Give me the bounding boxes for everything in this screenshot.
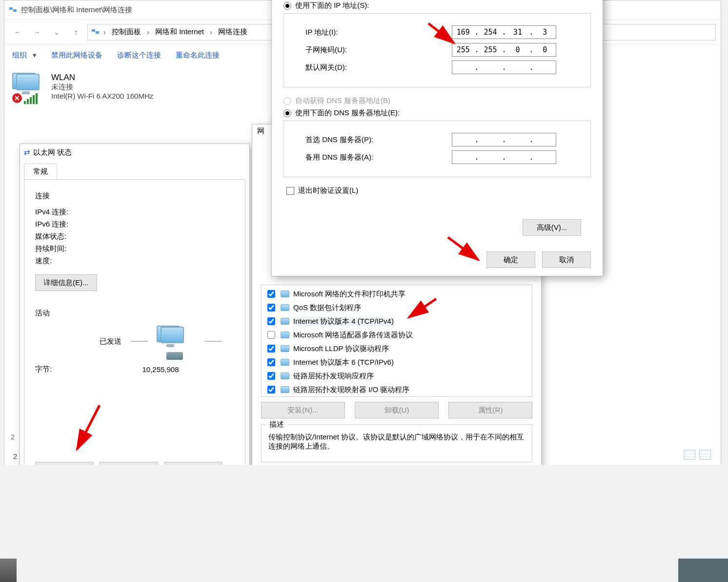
uninstall-button[interactable]: 卸载(U) — [355, 402, 439, 418]
props-title: 网 — [257, 126, 264, 135]
ip-address-input[interactable]: 169. 254. 31. 3 — [452, 25, 556, 39]
control-panel-icon — [8, 5, 18, 15]
media-label: 媒体状态: — [35, 232, 108, 241]
breadcrumb-network-connections[interactable]: 网络连接 — [215, 27, 250, 37]
item-checkbox[interactable] — [267, 386, 275, 394]
item-label: 链路层拓扑发现映射器 I/O 驱动程序 — [293, 385, 409, 395]
status-titlebar[interactable]: ⇄ 以太网 状态 — [20, 144, 249, 161]
chevron-down-icon[interactable]: ▾ — [33, 51, 37, 60]
wlan-icon: ✕ — [12, 73, 45, 102]
subnet-mask-label: 子网掩码(U): — [305, 45, 452, 55]
description-box: 描述 传输控制协议/Internet 协议。该协议是默认的广域网络协议，用于在不… — [261, 424, 532, 462]
wlan-name: WLAN — [51, 73, 153, 83]
protocol-icon — [281, 304, 289, 311]
toolbar-diagnose[interactable]: 诊断这个连接 — [117, 51, 161, 60]
item-label: Internet 协议版本 6 (TCP/IPv6) — [293, 358, 394, 367]
ipv4-label: IPv4 连接: — [35, 208, 108, 217]
list-item[interactable]: Microsoft 网络的文件和打印机共享 — [263, 287, 530, 301]
list-item[interactable]: 链路层拓扑发现映射器 I/O 驱动程序 — [263, 383, 530, 396]
description-text: 传输控制协议/Internet 协议。该协议是默认的广域网络协议，用于在不同的相… — [268, 433, 525, 451]
install-button[interactable]: 安装(N)... — [261, 402, 345, 418]
item-checkbox[interactable] — [267, 304, 275, 312]
list-item[interactable]: 链路层拓扑发现响应程序 — [263, 369, 530, 383]
item-properties-button[interactable]: 属性(R) — [448, 402, 532, 418]
components-list[interactable]: Microsoft 网络的文件和打印机共享QoS 数据包计划程序Internet… — [261, 285, 532, 397]
alternate-dns-label: 备用 DNS 服务器(A): — [305, 153, 452, 162]
tab-general[interactable]: 常规 — [24, 164, 57, 179]
advanced-button[interactable]: 高级(V)... — [523, 219, 581, 236]
protocol-icon — [281, 359, 289, 366]
dns-settings-group: 首选 DNS 服务器(P): ... 备用 DNS 服务器(A): ... — [283, 121, 591, 177]
connection-wlan[interactable]: ✕ WLAN 未连接 Intel(R) Wi-Fi 6 AX200 160MHz — [12, 73, 153, 102]
section-activity: 活动 — [35, 309, 234, 318]
protocol-icon — [281, 373, 289, 379]
item-checkbox[interactable] — [267, 372, 275, 380]
svg-rect-2 — [92, 29, 95, 32]
item-label: 链路层拓扑发现响应程序 — [293, 372, 374, 381]
gateway-input[interactable]: . . . — [452, 61, 556, 74]
radio-checked-icon — [283, 109, 291, 117]
duration-label: 持续时间: — [35, 244, 108, 253]
nav-dropdown-icon[interactable]: ⌄ — [48, 24, 65, 41]
toolbar-rename[interactable]: 重命名此连接 — [176, 51, 220, 60]
details-button[interactable]: 详细信息(E)... — [35, 274, 97, 291]
breadcrumb-control-panel[interactable]: 控制面板 — [109, 27, 144, 37]
subnet-mask-input[interactable]: 255. 255. 0. 0 — [452, 43, 556, 57]
view-mode-icons[interactable] — [684, 450, 711, 459]
list-item[interactable]: Microsoft 网络适配器多路传送器协议 — [263, 328, 530, 342]
item-label: Microsoft 网络适配器多路传送器协议 — [293, 331, 413, 340]
radio-use-dns[interactable]: 使用下面的 DNS 服务器地址(E): — [283, 108, 591, 118]
item-label: Internet 协议版本 4 (TCP/IPv4) — [293, 317, 394, 326]
section-connection: 连接 — [35, 191, 234, 201]
item-label: Microsoft 网络的文件和打印机共享 — [293, 290, 405, 299]
sent-label: 已发送 — [100, 337, 121, 346]
ok-button[interactable]: 确定 — [486, 251, 535, 268]
preferred-dns-input[interactable]: ... — [452, 133, 556, 146]
toolbar-disable[interactable]: 禁用此网络设备 — [51, 51, 102, 60]
wlan-device: Intel(R) Wi-Fi 6 AX200 160MHz — [51, 92, 153, 100]
list-item[interactable]: Internet 协议版本 4 (TCP/IPv4) — [263, 314, 530, 328]
speed-label: 速度: — [35, 256, 108, 266]
item-checkbox[interactable] — [267, 345, 275, 353]
separator — [204, 341, 222, 342]
cancel-button[interactable]: 取消 — [542, 251, 591, 268]
ipv6-label: IPv6 连接: — [35, 220, 108, 229]
wlan-text: WLAN 未连接 Intel(R) Wi-Fi 6 AX200 160MHz — [51, 73, 153, 100]
list-item[interactable]: Internet 协议版本 6 (TCP/IPv6) — [263, 355, 530, 369]
bytes-label: 字节: — [35, 365, 72, 374]
page-number: 2 — [11, 433, 15, 441]
status-body: 连接 IPv4 连接: IPv6 连接: 媒体状态: 持续时间: 速度: 详细信… — [24, 179, 245, 486]
radio-use-ip[interactable]: 使用下面的 IP 地址(S): — [283, 1, 591, 10]
item-checkbox[interactable] — [267, 358, 275, 366]
wlan-status: 未连接 — [51, 83, 153, 92]
view-large-icon[interactable] — [699, 450, 711, 459]
address-icon — [91, 27, 101, 37]
page-background — [0, 465, 728, 582]
breadcrumb-network-internet[interactable]: 网络和 Internet — [152, 27, 207, 37]
item-checkbox[interactable] — [267, 317, 275, 325]
nav-fwd-icon[interactable]: → — [29, 24, 45, 41]
ip-address-label: IP 地址(I): — [305, 28, 452, 37]
chevron-right-icon: › — [103, 28, 106, 36]
item-label: Microsoft LLDP 协议驱动程序 — [293, 344, 389, 353]
item-checkbox[interactable] — [267, 331, 275, 339]
wifi-signal-icon — [24, 93, 38, 104]
radio-disabled-icon — [283, 97, 291, 105]
validate-checkbox-row[interactable]: 退出时验证设置(L) — [286, 186, 591, 195]
nav-up-icon[interactable]: ↑ — [68, 24, 84, 41]
description-header: 描述 — [266, 420, 287, 429]
view-details-icon[interactable] — [684, 450, 695, 459]
alternate-dns-input[interactable]: ... — [452, 150, 556, 164]
checkbox-icon[interactable] — [286, 187, 294, 195]
list-item[interactable]: QoS 数据包计划程序 — [263, 301, 530, 314]
toolbar-organize[interactable]: 组织 — [12, 51, 27, 60]
status-title: 以太网 状态 — [33, 148, 72, 157]
protocol-icon — [281, 332, 289, 338]
protocol-icon — [281, 345, 289, 352]
svg-rect-3 — [96, 31, 99, 34]
svg-rect-0 — [9, 7, 13, 10]
item-checkbox[interactable] — [267, 290, 275, 298]
explorer-title: 控制面板\网络和 Internet\网络连接 — [21, 5, 132, 15]
nav-back-icon[interactable]: ← — [9, 24, 26, 41]
list-item[interactable]: Microsoft LLDP 协议驱动程序 — [263, 342, 530, 355]
